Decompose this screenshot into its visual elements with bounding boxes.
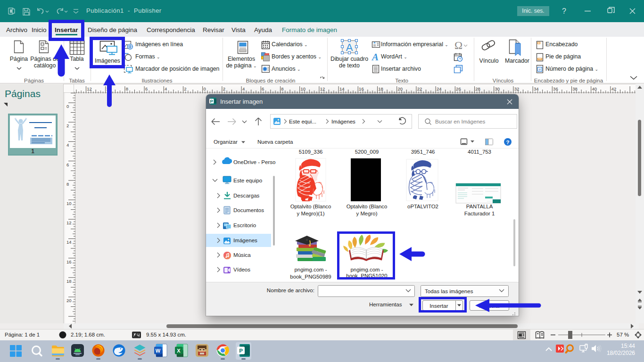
svg-text:10: 10 <box>107 86 112 91</box>
svg-text:Insertar: Insertar <box>429 303 448 309</box>
svg-text:P: P <box>210 99 214 104</box>
svg-text:40: 40 <box>592 86 597 91</box>
svg-text:12: 12 <box>66 220 72 225</box>
svg-text:y Megro)(1): y Megro)(1) <box>297 211 325 216</box>
svg-text:6: 6 <box>66 162 69 167</box>
svg-text:Este equipo: Este equipo <box>233 177 262 183</box>
svg-text:4: 4 <box>242 86 245 91</box>
svg-text:?: ? <box>506 140 509 145</box>
svg-text:Este equi...: Este equi... <box>289 118 316 124</box>
svg-text:W: W <box>156 348 161 354</box>
svg-text:4: 4 <box>165 86 167 91</box>
svg-text:18: 18 <box>66 279 72 284</box>
svg-text:Herramientas: Herramientas <box>369 301 402 307</box>
svg-text:28: 28 <box>475 86 480 91</box>
svg-text:pngimg.com -: pngimg.com - <box>294 267 327 272</box>
svg-text:6: 6 <box>145 86 148 91</box>
svg-text:PANTALLA: PANTALLA <box>466 204 493 209</box>
svg-text:30: 30 <box>495 86 500 91</box>
svg-text:22: 22 <box>417 86 422 91</box>
svg-text:0: 0 <box>204 86 206 91</box>
svg-text:Todas las imágenes: Todas las imágenes <box>425 288 473 294</box>
svg-text:Imágenes: Imágenes <box>233 237 257 243</box>
svg-text:8: 8 <box>126 86 128 91</box>
svg-text:2: 2 <box>66 123 69 128</box>
svg-text:8: 8 <box>281 86 283 91</box>
svg-text:Descargas: Descargas <box>233 192 260 198</box>
svg-text:Vídeos: Vídeos <box>233 266 250 272</box>
svg-text:26: 26 <box>456 86 461 91</box>
svg-text:2: 2 <box>184 86 186 91</box>
svg-text:12: 12 <box>87 86 92 91</box>
svg-text:Cancelar: Cancelar <box>479 303 501 309</box>
svg-text:4011_753: 4011_753 <box>468 149 491 155</box>
svg-text:A: A <box>371 51 379 63</box>
svg-text:Nueva carpeta: Nueva carpeta <box>257 139 293 145</box>
svg-text:?: ? <box>562 7 566 15</box>
svg-text:book_PNG50989: book_PNG50989 <box>290 274 331 280</box>
svg-text:3951_746: 3951_746 <box>411 149 435 155</box>
svg-text:Ω: Ω <box>454 40 462 51</box>
svg-text:Organizar: Organizar <box>214 139 238 145</box>
svg-text:y Megro): y Megro) <box>356 211 378 216</box>
svg-text:10: 10 <box>66 201 72 206</box>
svg-text:4: 4 <box>66 142 69 148</box>
svg-text:OneDrive - Perso: OneDrive - Perso <box>233 159 276 165</box>
svg-text:Escritorio: Escritorio <box>233 222 256 228</box>
svg-text:Optalvito (Blanco: Optalvito (Blanco <box>347 204 388 209</box>
svg-text:Música: Música <box>233 252 251 258</box>
svg-text:38: 38 <box>572 86 578 91</box>
svg-text:5200_009: 5200_009 <box>355 149 379 155</box>
svg-text:16: 16 <box>66 259 72 264</box>
svg-text:0: 0 <box>66 104 69 109</box>
svg-text:Documentos: Documentos <box>233 207 264 213</box>
svg-text:oPTALVITO2: oPTALVITO2 <box>407 204 438 209</box>
svg-text:Facturador 1: Facturador 1 <box>464 211 495 216</box>
svg-text:Optalvito (Blanco: Optalvito (Blanco <box>290 204 331 209</box>
svg-text:8: 8 <box>66 181 69 187</box>
svg-text:book_PNG51020: book_PNG51020 <box>346 273 387 279</box>
svg-text:2: 2 <box>223 86 225 91</box>
svg-text:P: P <box>239 348 243 354</box>
svg-text:Nombre de archivo:: Nombre de archivo: <box>267 287 314 293</box>
svg-text:5109_336: 5109_336 <box>299 149 323 155</box>
svg-text:24: 24 <box>437 86 442 91</box>
svg-text:16: 16 <box>359 86 364 91</box>
svg-text:Imágenes: Imágenes <box>331 118 355 124</box>
svg-text:12: 12 <box>320 86 325 91</box>
svg-text:pngimg.com -: pngimg.com - <box>350 267 383 272</box>
svg-text:Buscar en Imágenes: Buscar en Imágenes <box>435 118 486 124</box>
svg-text:20: 20 <box>398 86 403 91</box>
svg-text:20: 20 <box>66 298 72 303</box>
svg-text:34: 34 <box>534 86 539 91</box>
svg-text:36: 36 <box>553 86 558 91</box>
svg-text:14: 14 <box>66 239 72 245</box>
svg-text:10: 10 <box>301 86 306 91</box>
svg-text:18: 18 <box>378 86 383 91</box>
svg-text:#: # <box>539 67 541 72</box>
svg-text:32: 32 <box>514 86 520 91</box>
svg-text:42: 42 <box>611 86 617 91</box>
svg-text:X: X <box>177 348 181 354</box>
svg-text:14: 14 <box>339 86 345 91</box>
svg-text:6: 6 <box>262 86 264 91</box>
